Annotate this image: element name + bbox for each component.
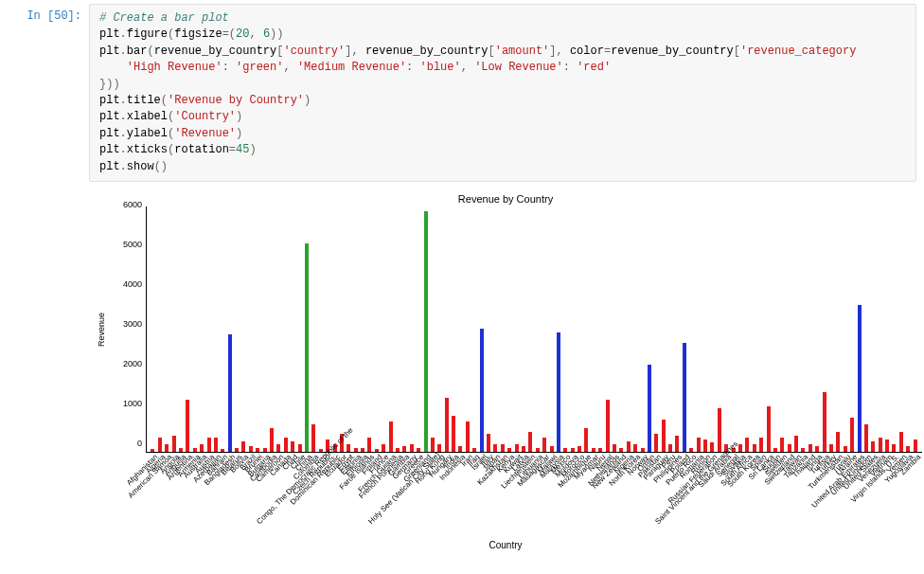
- chart-bar: [885, 439, 889, 452]
- chart-bar: [207, 438, 211, 452]
- chart-bar: [276, 444, 280, 452]
- chart-bar: [773, 448, 777, 452]
- chart-bar: [270, 428, 274, 452]
- chart-ytick: 0: [137, 439, 142, 448]
- chart-bar: [493, 444, 497, 452]
- chart-bar: [311, 424, 315, 452]
- chart-bar: [437, 444, 441, 452]
- chart-ytick: 4000: [123, 279, 142, 289]
- chart-bar: [228, 334, 232, 452]
- chart-bar: [767, 406, 771, 452]
- chart-bar: [675, 436, 679, 452]
- chart-bar: [598, 448, 602, 452]
- chart-bar: [186, 400, 189, 452]
- chart-ytick: 1000: [123, 399, 142, 408]
- chart-bar: [823, 392, 826, 452]
- chart-bar: [241, 441, 245, 451]
- chart-ytick: 2000: [123, 359, 142, 368]
- chart-bar: [864, 424, 868, 452]
- chart-bar: [235, 448, 239, 452]
- input-prompt: In [50]:: [8, 4, 89, 23]
- chart-ytick: 5000: [123, 240, 142, 249]
- chart-bar: [367, 438, 371, 452]
- chart-bar: [263, 448, 267, 452]
- chart-bar: [424, 211, 428, 452]
- chart-bar: [892, 444, 896, 452]
- chart-bar: [627, 441, 631, 451]
- chart-bar: [584, 428, 588, 452]
- chart-bar: [668, 444, 672, 452]
- chart-bar: [542, 438, 546, 452]
- chart-bar: [291, 441, 294, 451]
- chart-bar: [648, 365, 651, 452]
- chart-ytick: 3000: [123, 319, 142, 329]
- chart-plot-area: [146, 206, 922, 453]
- chart-bar: [396, 448, 400, 452]
- chart-bar: [557, 332, 560, 452]
- chart-bar: [641, 448, 645, 452]
- chart-bar: [710, 442, 714, 452]
- chart-bar: [808, 444, 812, 452]
- chart-bar: [452, 416, 455, 452]
- chart-bar: [305, 243, 309, 452]
- chart-bar: [214, 438, 218, 452]
- chart-bar: [417, 448, 420, 452]
- chart-bar: [578, 446, 581, 452]
- chart-xticks: AfghanistanAlgeriaAmerican SamoaAngolaAn…: [146, 453, 922, 538]
- chart-bar: [745, 438, 749, 452]
- chart-bar: [172, 436, 176, 452]
- chart-ytick: 6000: [123, 200, 142, 209]
- chart-bar: [879, 438, 882, 452]
- chart-bar: [402, 446, 406, 452]
- chart-bar: [571, 448, 575, 452]
- chart-bar: [794, 436, 798, 452]
- chart-bar: [507, 448, 511, 452]
- chart-bar: [445, 398, 449, 452]
- chart-bar: [858, 305, 862, 452]
- chart-bar: [522, 446, 525, 452]
- chart-bar: [753, 444, 756, 452]
- chart-bar: [815, 446, 819, 452]
- chart-bar: [501, 444, 505, 452]
- chart-bar: [151, 449, 154, 452]
- chart-bar: [801, 448, 805, 452]
- chart-bar: [221, 449, 224, 452]
- chart-output: Revenue by Country Revenue 0100020003000…: [89, 189, 922, 550]
- chart-bar: [515, 444, 519, 452]
- chart-bar: [536, 448, 540, 452]
- chart-bar: [179, 448, 183, 452]
- chart-title: Revenue by Country: [89, 193, 922, 205]
- chart-bar: [689, 448, 693, 452]
- chart-bar: [431, 438, 435, 452]
- chart-bar: [480, 329, 484, 452]
- chart-bar: [683, 343, 686, 452]
- chart-bar: [193, 448, 197, 452]
- chart-bar: [200, 444, 204, 452]
- code-editor[interactable]: # Create a bar plot plt.figure(figsize=(…: [89, 4, 916, 182]
- chart-bar: [256, 448, 259, 452]
- chart-bar: [472, 448, 476, 452]
- chart-bar: [389, 422, 393, 451]
- chart-bar: [249, 446, 253, 452]
- chart-bar: [697, 438, 701, 452]
- chart-bar: [780, 438, 784, 452]
- chart-bar: [703, 439, 707, 452]
- chart-bar: [662, 420, 666, 452]
- chart-bar: [410, 444, 414, 452]
- output-cell: . Revenue by Country Revenue 01000200030…: [8, 189, 916, 550]
- chart-bar: [158, 438, 162, 452]
- chart-bar: [346, 444, 350, 452]
- chart-bar: [899, 432, 903, 452]
- chart-bar: [284, 438, 288, 452]
- chart-bar: [375, 449, 379, 452]
- chart-bar: [382, 444, 385, 452]
- chart-bar: [619, 448, 623, 452]
- chart-bar: [871, 441, 875, 451]
- chart-bar: [906, 446, 910, 452]
- chart-bar: [528, 432, 532, 452]
- chart-bar: [563, 448, 567, 452]
- chart-xlabel: Country: [89, 540, 922, 550]
- chart-ylabel: Revenue: [97, 313, 106, 347]
- chart-bar: [550, 446, 554, 452]
- chart-bar: [633, 444, 637, 452]
